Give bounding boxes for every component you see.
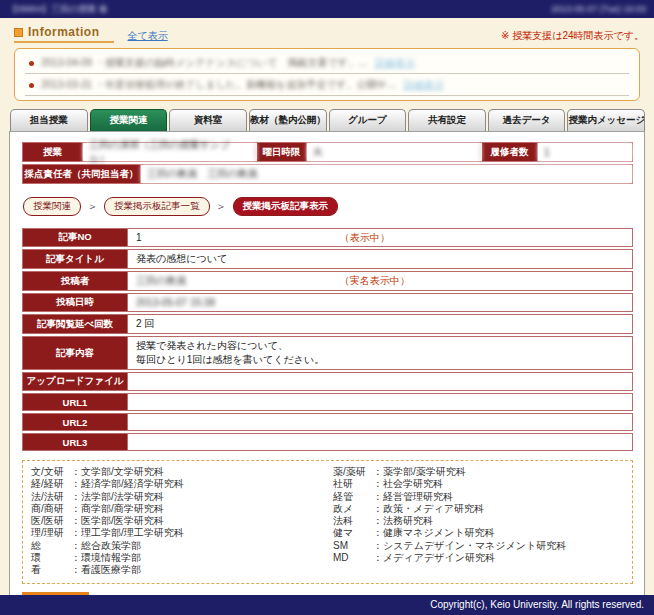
breadcrumb-jugyo-kanren[interactable]: 授業関連	[23, 197, 81, 216]
tab-jugyonai-message[interactable]: 授業内メッセージ	[567, 109, 645, 131]
information-item-link[interactable]: 詳細表示	[375, 56, 415, 70]
legend-entry: SM：システムデザイン・マネジメント研究科	[333, 540, 626, 552]
table-row-article-body: 記事内容 授業で発表された内容について、 毎回ひとり1回は感想を書いてください。	[22, 336, 633, 370]
legend-entry: 政メ：政策・メディア研究科	[333, 503, 626, 515]
footer-copyright: Copyright(c), Keio University. All right…	[0, 595, 654, 615]
information-item-text: 2013-04-09 ・授業支援の臨時メンテナンスについて 掲載文書です。…	[41, 56, 368, 70]
table-row-upload-file: アップロードファイル	[22, 372, 633, 391]
legend-entry: 理/理研：理工学部/理工学研究科	[31, 527, 333, 539]
show-all-link[interactable]: 全て表示	[128, 29, 168, 43]
breadcrumb: 授業関連 ＞ 授業掲示板記事一覧 ＞ 授業掲示板記事表示	[23, 197, 633, 216]
table-row-post-datetime: 投稿日時 2013-05-07 15:38	[22, 293, 633, 312]
table-row-poster: 投稿者 三田の教員（実名表示中）	[22, 271, 633, 291]
article-no-value: 1	[136, 232, 142, 243]
article-title-value: 発表の感想について	[136, 252, 227, 266]
tab-tanto-jugyo[interactable]: 担当授業	[10, 109, 88, 131]
legend-entry: 商/商研：商学部/商学研究科	[31, 503, 333, 515]
legend-entry: 文/文研：文学部/文学研究科	[31, 466, 333, 478]
grader-value: 三田の教員 三田の教員	[141, 165, 632, 183]
table-row-view-count: 記事閲覧延べ回数 2 回	[22, 314, 633, 334]
window-titlebar: 【09904】三田の授業 春 2013-05-07 (Tue) 16:03	[0, 0, 654, 18]
titlebar-datetime: 2013-05-07 (Tue) 16:03	[551, 4, 646, 14]
enrolled-count-value: 1	[538, 143, 632, 161]
faculty-legend-left-column: 文/文研：文学部/文学研究科 経/経研：経済学部/経済学研究科 法/法研：法学部…	[31, 466, 333, 577]
tab-kyozai[interactable]: 教材（塾内公開）	[249, 109, 327, 131]
legend-entry: 経管：経営管理研究科	[333, 491, 626, 503]
information-item: 2013-04-09 ・授業支援の臨時メンテナンスについて 掲載文書です。… 詳…	[25, 52, 629, 74]
article-detail-table: 記事NO 1（表示中） 記事タイトル 発表の感想について 投稿者 三田の教員（実…	[22, 228, 633, 451]
course-name-label: 授業	[23, 143, 83, 161]
faculty-legend-right-column: 薬/薬研：薬学部/薬学研究科 社研：社会学研究科 経管：経営管理研究科 政メ：政…	[333, 466, 626, 577]
breadcrumb-separator: ＞	[216, 199, 227, 214]
legend-entry: 総：総合政策学部	[31, 540, 333, 552]
legend-entry: 社研：社会学研究科	[333, 478, 626, 490]
legend-entry: 薬/薬研：薬学部/薬学研究科	[333, 466, 626, 478]
post-datetime-value: 2013-05-07 15:38	[136, 297, 215, 308]
grader-label: 採点責任者（共同担当者）	[23, 165, 141, 183]
legend-entry: 環：環境情報学部	[31, 552, 333, 564]
information-item-link[interactable]: 詳細表示	[404, 78, 444, 92]
table-row-url1: URL1	[22, 393, 633, 411]
table-row-url2: URL2	[22, 413, 633, 431]
legend-entry: 法科：法務研究科	[333, 515, 626, 527]
breadcrumb-separator: ＞	[87, 199, 98, 214]
faculty-legend: 文/文研：文学部/文学研究科 経/経研：経済学部/経済学研究科 法/法研：法学部…	[22, 460, 633, 584]
tab-jugyo-kanren[interactable]: 授業関連	[90, 109, 168, 131]
titlebar-course-text: 【09904】三田の授業 春	[8, 3, 108, 16]
course-info-row: 授業 三田の演習（三田の授業サンプル） 曜日時限 火 履修者数 1	[22, 142, 633, 162]
information-title: Information	[28, 25, 100, 39]
day-period-value: 火	[307, 143, 482, 161]
enrolled-count-label: 履修者数	[482, 143, 538, 161]
main-tab-bar: 担当授業 授業関連 資料室 教材（塾内公開） グループ 共有設定 過去データ 授…	[10, 109, 645, 131]
main-panel: 授業 三田の演習（三田の授業サンプル） 曜日時限 火 履修者数 1 採点責任者（…	[9, 131, 645, 615]
tab-shiryoshitsu[interactable]: 資料室	[169, 109, 247, 131]
article-body-value: 授業で発表された内容について、 毎回ひとり1回は感想を書いてください。	[136, 339, 324, 367]
tab-group[interactable]: グループ	[329, 109, 407, 131]
grader-info-row: 採点責任者（共同担当者） 三田の教員 三田の教員	[22, 164, 633, 184]
breadcrumb-article-list[interactable]: 授業掲示板記事一覧	[104, 197, 210, 216]
legend-entry: MD：メディアデザイン研究科	[333, 552, 626, 564]
day-period-label: 曜日時限	[257, 143, 307, 161]
information-item-text: 2013-03-31 ・年度切替処理が終了しました。新機能を追加予定です。公開中…	[41, 78, 397, 92]
realname-status-note: （実名表示中）	[340, 274, 410, 288]
information-icon	[14, 28, 23, 37]
poster-name-value: 三田の教員	[136, 274, 186, 288]
view-count-value: 2 回	[136, 317, 154, 331]
course-name-value: 三田の演習（三田の授業サンプル）	[83, 143, 257, 161]
breadcrumb-article-view-current: 授業掲示板記事表示	[233, 197, 339, 216]
table-row-article-title: 記事タイトル 発表の感想について	[22, 249, 633, 269]
tab-kako-data[interactable]: 過去データ	[488, 109, 566, 131]
support-hours-note: ※ 授業支援は24時間表示です。	[501, 29, 644, 43]
table-row-url3: URL3	[22, 433, 633, 451]
bullet-icon	[29, 61, 34, 66]
legend-entry: 看：看護医療学部	[31, 564, 333, 576]
bullet-icon	[29, 83, 34, 88]
display-status-note: （表示中）	[340, 231, 390, 245]
information-item: 2013-03-31 ・年度切替処理が終了しました。新機能を追加予定です。公開中…	[25, 74, 629, 96]
legend-entry: 法/法研：法学部/法学研究科	[31, 491, 333, 503]
legend-entry: 健マ：健康マネジメント研究科	[333, 527, 626, 539]
information-section: Information 全て表示 ※ 授業支援は24時間表示です。 2013-0…	[14, 27, 640, 101]
information-box: 2013-04-09 ・授業支援の臨時メンテナンスについて 掲載文書です。… 詳…	[14, 48, 640, 101]
table-row-article-no: 記事NO 1（表示中）	[22, 228, 633, 247]
tab-kyoyu-settei[interactable]: 共有設定	[408, 109, 486, 131]
legend-entry: 医/医研：医学部/医学研究科	[31, 515, 333, 527]
legend-entry: 経/経研：経済学部/経済学研究科	[31, 478, 333, 490]
